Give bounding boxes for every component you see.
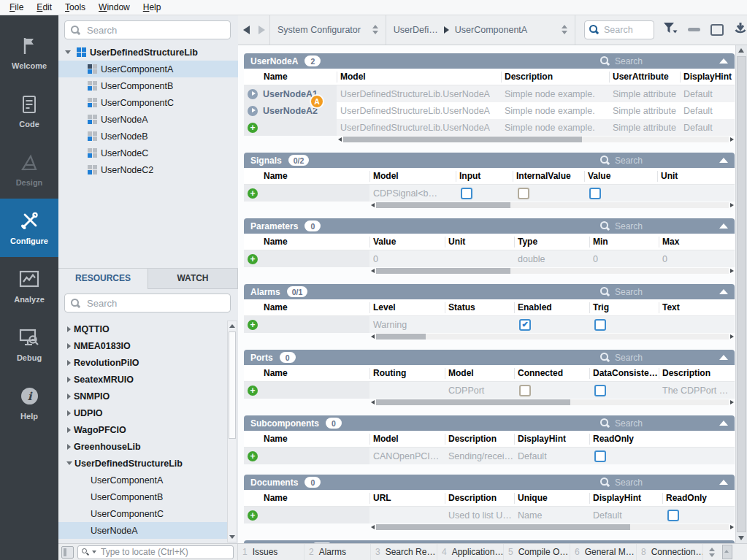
resources-scrollbar[interactable] (227, 321, 237, 542)
section-search[interactable]: Search (600, 287, 708, 297)
navigator-search-input[interactable] (602, 24, 649, 36)
horizontal-scrollbar[interactable] (369, 202, 735, 208)
tab-watch[interactable]: WATCH (148, 269, 238, 288)
activity-configure[interactable]: Configure (0, 199, 58, 257)
breadcrumb-current[interactable]: UserComponentA (455, 25, 527, 35)
section-search[interactable]: Search (600, 477, 708, 488)
scroll-right-arrow-icon[interactable] (730, 334, 734, 339)
status-tab-searchre[interactable]: 3Search Re… (371, 544, 437, 560)
table-row[interactable]: +UserDefinedStructureLib.UserNodeASimple… (244, 119, 735, 136)
resource-item-wagopfcio[interactable]: WagoPFCIO (58, 421, 229, 438)
resource-item-usernodea[interactable]: UserNodeA (58, 522, 229, 539)
breadcrumb[interactable]: UserDefi… UserComponentA (386, 15, 575, 45)
resources-search-input[interactable] (85, 297, 224, 310)
scroll-down-arrow-icon[interactable] (229, 535, 235, 539)
section-search[interactable]: Search (600, 418, 708, 429)
checkbox[interactable] (461, 188, 472, 199)
checkbox[interactable] (589, 188, 601, 199)
table-row[interactable]: +0double00 (244, 250, 735, 267)
caret-right-icon[interactable] (67, 326, 71, 332)
collapse-arrow-icon[interactable] (719, 289, 728, 294)
section-header[interactable]: Subcomponents0Search (244, 415, 735, 431)
project-tree-item-usercomponentc[interactable]: UserComponentC (58, 94, 238, 111)
add-row-icon[interactable]: + (248, 254, 258, 264)
scroll-left-arrow-icon[interactable] (371, 269, 375, 273)
table-row[interactable]: +Used to list U…NameDefault (244, 507, 735, 523)
scrollbar-thumb[interactable] (376, 202, 510, 208)
project-search-input[interactable] (85, 24, 224, 37)
resource-item-usercomponenta[interactable]: UserComponentA (58, 472, 229, 488)
scroll-left-arrow-icon[interactable] (371, 400, 375, 404)
table-row[interactable]: +CDPSignal<b… (244, 185, 735, 202)
project-search[interactable] (64, 20, 231, 39)
menu-edit[interactable]: Edit (30, 1, 58, 14)
resource-item-mqttio[interactable]: MQTTIO (58, 321, 229, 337)
collapse-arrow-icon[interactable] (719, 158, 728, 163)
scroll-up-arrow-icon[interactable] (738, 48, 744, 53)
resource-item-usercomponentb[interactable]: UserComponentB (58, 488, 229, 505)
horizontal-scrollbar[interactable] (369, 399, 735, 405)
scrollbar-thumb[interactable] (376, 334, 426, 340)
add-row-icon[interactable]: + (248, 451, 258, 461)
project-tree-item-usernodec[interactable]: UserNodeC (58, 145, 238, 161)
status-tab-application[interactable]: 4Application… (437, 544, 504, 560)
add-row-icon[interactable]: + (248, 510, 258, 521)
status-tab-compileo[interactable]: 5Compile O… (504, 544, 570, 560)
scrollbar-thumb[interactable] (343, 137, 582, 142)
section-header[interactable]: Signals0/2Search (244, 153, 735, 168)
resource-item-nmea0183io[interactable]: NMEA0183IO (58, 337, 229, 354)
horizontal-scrollbar[interactable] (369, 333, 735, 340)
main-vertical-scrollbar[interactable] (735, 45, 747, 544)
resource-item-snmpio[interactable]: SNMPIO (58, 388, 229, 404)
checkbox[interactable] (667, 510, 679, 521)
project-tree-item-userdefinedstructurelib[interactable]: UserDefinedStructureLib (58, 44, 238, 61)
view-selector[interactable]: System Configurator (270, 15, 386, 45)
checkbox[interactable] (518, 188, 529, 199)
locator[interactable] (77, 545, 234, 559)
navigator-search[interactable] (584, 20, 654, 39)
activity-debug[interactable]: Debug (0, 315, 58, 374)
resource-item-greenhouselib[interactable]: GreenhouseLib (58, 438, 229, 455)
status-tab-alarms[interactable]: 2Alarms (304, 544, 371, 560)
panel-toggle-button[interactable] (722, 545, 732, 559)
caret-right-icon[interactable] (67, 377, 71, 383)
locator-dropdown-icon[interactable] (92, 551, 96, 553)
section-header[interactable]: Documents0Search (244, 475, 735, 490)
menu-file[interactable]: File (3, 1, 30, 14)
activity-code[interactable]: Code (0, 82, 58, 140)
checkbox[interactable] (519, 385, 531, 396)
activity-help[interactable]: iHelp (0, 374, 58, 432)
table-row[interactable]: +CDPPortThe CDPPort … (244, 382, 735, 399)
filter-icon[interactable] (663, 22, 678, 37)
resource-item-seatexmruio[interactable]: SeatexMRUIO (58, 371, 229, 388)
add-row-icon[interactable]: + (248, 188, 258, 199)
section-search[interactable]: Search (600, 221, 708, 231)
project-tree-item-usernodea[interactable]: UserNodeA (58, 111, 238, 128)
activity-design[interactable]: Design (0, 140, 58, 199)
project-tree-item-usernodec2[interactable]: UserNodeC2 (58, 161, 238, 178)
add-row-icon[interactable]: + (248, 320, 258, 330)
collapse-arrow-icon[interactable] (719, 355, 728, 360)
caret-right-icon[interactable] (67, 444, 71, 450)
project-tree-item-usercomponenta[interactable]: UserComponentA (58, 61, 238, 77)
resource-item-udpio[interactable]: UDPIO (58, 404, 229, 421)
collapse-arrow-icon[interactable] (719, 223, 728, 229)
scroll-right-arrow-icon[interactable] (730, 137, 734, 142)
collapse-arrow-icon[interactable] (719, 480, 728, 485)
scroll-right-arrow-icon[interactable] (730, 400, 734, 404)
caret-right-icon[interactable] (67, 427, 71, 433)
back-button[interactable] (243, 26, 250, 34)
scrollbar-thumb[interactable] (376, 524, 630, 530)
horizontal-scrollbar[interactable] (369, 523, 735, 530)
horizontal-scrollbar[interactable] (369, 267, 735, 274)
section-header[interactable]: Parameters0Search (244, 218, 735, 234)
add-row-icon[interactable]: + (248, 386, 258, 396)
scrollbar-thumb[interactable] (376, 399, 570, 405)
activity-welcome[interactable]: Welcome (0, 23, 58, 82)
scroll-up-arrow-icon[interactable] (229, 324, 235, 328)
menu-help[interactable]: Help (137, 1, 168, 14)
status-tab-issues[interactable]: 1Issues (238, 544, 304, 560)
resources-search[interactable] (64, 294, 231, 312)
caret-right-icon[interactable] (67, 410, 71, 416)
menu-window[interactable]: Window (92, 1, 137, 14)
